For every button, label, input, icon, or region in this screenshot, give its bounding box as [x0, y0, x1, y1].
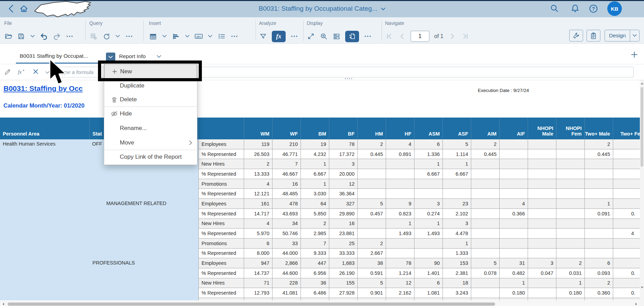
- table-cell[interactable]: [613, 179, 640, 189]
- table-cell[interactable]: 5.970: [244, 229, 272, 239]
- table-cell[interactable]: 26.190: [329, 268, 358, 278]
- table-cell[interactable]: [556, 169, 585, 179]
- measure-label[interactable]: % Represented: [198, 189, 244, 199]
- table-cell[interactable]: 1.333: [443, 249, 471, 259]
- table-cell[interactable]: [613, 149, 640, 159]
- table-cell[interactable]: 1.114: [443, 149, 471, 159]
- measure-label[interactable]: Employees: [198, 139, 244, 149]
- table-cell[interactable]: 5: [443, 139, 471, 149]
- table-cell[interactable]: 71: [244, 278, 272, 288]
- column-header[interactable]: NHOPI Fem: [556, 118, 585, 139]
- table-cell[interactable]: 5: [358, 278, 386, 288]
- table-cell[interactable]: 2.985: [301, 229, 329, 239]
- table-cell[interactable]: 5: [358, 199, 386, 209]
- table-cell[interactable]: 12.793: [244, 288, 272, 298]
- table-cell[interactable]: 0.823: [386, 209, 414, 219]
- table-cell[interactable]: 2.162: [386, 288, 414, 298]
- table-cell[interactable]: [556, 249, 585, 259]
- insert-text-icon[interactable]: abc: [195, 31, 203, 41]
- table-cell[interactable]: 6.956: [301, 268, 329, 278]
- refresh-icon[interactable]: [102, 31, 110, 41]
- table-cell[interactable]: [500, 229, 528, 239]
- table-cell[interactable]: [528, 199, 556, 209]
- filter-icon[interactable]: [259, 31, 267, 41]
- table-cell[interactable]: 0.366: [500, 209, 528, 219]
- table-cell[interactable]: 4: [500, 199, 528, 209]
- table-cell[interactable]: 4: [244, 179, 272, 189]
- table-cell[interactable]: 0.: [613, 268, 640, 278]
- first-page-icon[interactable]: [385, 31, 393, 41]
- table-cell[interactable]: 0.360: [585, 288, 613, 298]
- table-cell[interactable]: 0.093: [585, 268, 613, 278]
- page-number-input[interactable]: [411, 31, 429, 42]
- table-cell[interactable]: [585, 189, 613, 199]
- insert-chart-chevron-icon[interactable]: [185, 31, 190, 41]
- validate-formula-icon[interactable]: [45, 68, 53, 76]
- table-cell[interactable]: 2: [358, 239, 386, 249]
- table-cell[interactable]: 0.274: [414, 209, 443, 219]
- table-cell[interactable]: 50.746: [272, 229, 301, 239]
- column-header[interactable]: BF: [329, 118, 358, 139]
- query-designer-icon[interactable]: [89, 31, 98, 41]
- table-cell[interactable]: [386, 189, 414, 199]
- redo-icon[interactable]: [53, 31, 61, 41]
- table-cell[interactable]: 18: [443, 278, 471, 288]
- table-cell[interactable]: [500, 189, 528, 199]
- insert-text-chevron-icon[interactable]: [207, 31, 213, 41]
- table-cell[interactable]: 0.901: [358, 288, 386, 298]
- table-cell[interactable]: 16: [272, 179, 301, 189]
- table-cell[interactable]: [613, 199, 640, 209]
- table-cell[interactable]: [471, 288, 500, 298]
- table-cell[interactable]: 2.381: [443, 268, 471, 278]
- table-cell[interactable]: [471, 229, 500, 239]
- column-header[interactable]: HF: [386, 118, 414, 139]
- table-cell[interactable]: 9.333: [301, 249, 329, 259]
- table-cell[interactable]: [613, 189, 640, 199]
- report-info-chevron-icon[interactable]: [156, 55, 161, 58]
- column-header[interactable]: HM: [358, 118, 386, 139]
- table-cell[interactable]: 31: [500, 258, 528, 268]
- table-cell[interactable]: 0.180: [556, 288, 585, 298]
- table-cell[interactable]: 2: [585, 139, 613, 149]
- table-cell[interactable]: 16: [329, 219, 358, 229]
- table-cell[interactable]: [471, 219, 500, 229]
- vertical-scrollbar[interactable]: [640, 80, 644, 306]
- table-cell[interactable]: 1.081: [414, 288, 443, 298]
- table-cell[interactable]: [528, 229, 556, 239]
- table-cell[interactable]: 13.333: [244, 169, 272, 179]
- table-cell[interactable]: [471, 278, 500, 288]
- column-header-personnel-area[interactable]: Personnel Area: [0, 118, 90, 139]
- table-cell[interactable]: [471, 179, 500, 189]
- table-cell[interactable]: 0.: [613, 209, 640, 219]
- table-cell[interactable]: [585, 229, 613, 239]
- clipboard-button[interactable]: [587, 30, 600, 41]
- personnel-area-value[interactable]: Health Human Services: [3, 141, 55, 147]
- table-cell[interactable]: 5: [471, 258, 500, 268]
- table-cell[interactable]: [613, 258, 640, 268]
- vertical-scroll-thumb[interactable]: [641, 87, 643, 167]
- table-cell[interactable]: 6: [244, 239, 272, 249]
- table-cell[interactable]: 14.717: [244, 209, 272, 219]
- table-cell[interactable]: [613, 219, 640, 229]
- table-cell[interactable]: [585, 169, 613, 179]
- table-cell[interactable]: 36: [301, 278, 329, 288]
- open-folder-icon[interactable]: [4, 31, 12, 41]
- splitter-grip[interactable]: [345, 78, 352, 79]
- table-cell[interactable]: 2.102: [443, 209, 471, 219]
- table-cell[interactable]: [528, 169, 556, 179]
- menu-item-rename[interactable]: Rename...: [104, 121, 197, 136]
- scroll-right-icon[interactable]: [634, 302, 638, 306]
- table-cell[interactable]: 6: [585, 258, 613, 268]
- table-cell[interactable]: 1.493: [414, 229, 443, 239]
- table-cell[interactable]: [528, 189, 556, 199]
- category-label[interactable]: MANAGEMENT RELATED: [106, 201, 167, 206]
- table-cell[interactable]: 1: [443, 239, 471, 249]
- table-cell[interactable]: [358, 219, 386, 229]
- table-cell[interactable]: 3: [329, 159, 358, 169]
- table-cell[interactable]: 153: [443, 258, 471, 268]
- table-cell[interactable]: [556, 189, 585, 199]
- table-cell[interactable]: 6.667: [414, 169, 443, 179]
- notifications-bell-icon[interactable]: [571, 4, 580, 13]
- table-cell[interactable]: 1: [443, 159, 471, 169]
- table-cell[interactable]: [528, 239, 556, 249]
